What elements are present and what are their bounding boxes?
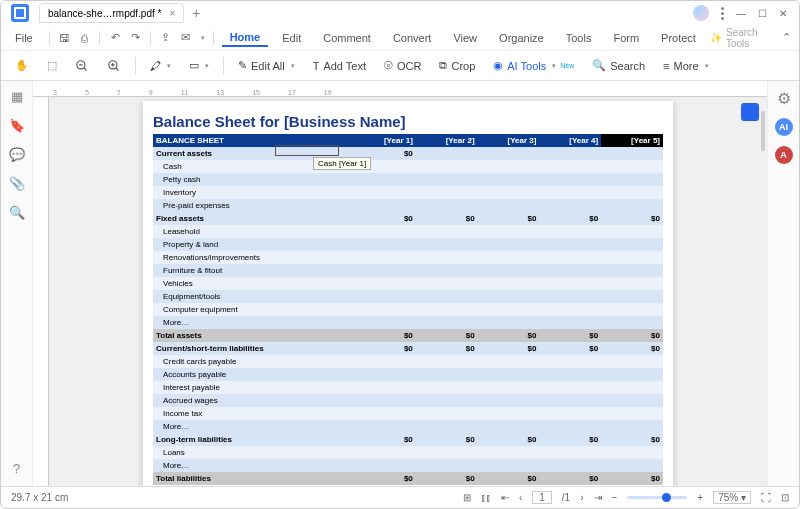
a-badge-icon[interactable]: A bbox=[775, 146, 793, 164]
document-page: Balance Sheet for [Business Name] BALANC… bbox=[143, 101, 673, 486]
cell-tooltip: Cash [Year 1] bbox=[313, 157, 371, 170]
zoom-in-button[interactable] bbox=[103, 57, 125, 75]
ai-badge-icon[interactable]: AI bbox=[775, 118, 793, 136]
search-tools[interactable]: ✨ Search Tools bbox=[710, 27, 767, 49]
highlighter-tool[interactable]: 🖍▾ bbox=[146, 58, 175, 74]
add-text-button[interactable]: T Add Text bbox=[309, 58, 370, 74]
zoom-out-status[interactable]: − bbox=[612, 492, 618, 503]
menu-protect[interactable]: Protect bbox=[653, 30, 704, 46]
chevron-down-icon[interactable]: ▾ bbox=[201, 34, 205, 42]
zoom-value[interactable]: 75% ▾ bbox=[713, 491, 751, 504]
document-canvas[interactable]: 35791113151719 Balance Sheet for [Busine… bbox=[33, 81, 767, 486]
tab-title: balance-she…rmpdf.pdf * bbox=[48, 8, 161, 19]
zoom-slider[interactable] bbox=[627, 496, 687, 499]
balance-sheet-table: BALANCE SHEET[Year 1][Year 2][Year 3][Ye… bbox=[153, 134, 663, 486]
menu-view[interactable]: View bbox=[445, 30, 485, 46]
attachments-icon[interactable]: 📎 bbox=[9, 176, 25, 191]
more-menu-icon[interactable] bbox=[721, 7, 724, 20]
fullscreen-icon[interactable]: ⊡ bbox=[781, 492, 789, 503]
add-tab-button[interactable]: + bbox=[192, 5, 200, 21]
close-tab-icon[interactable]: × bbox=[169, 8, 175, 19]
edit-all-button[interactable]: ✎ Edit All▾ bbox=[234, 57, 299, 74]
comments-icon[interactable]: 💬 bbox=[9, 147, 25, 162]
share-icon[interactable]: ⇪ bbox=[159, 30, 173, 46]
account-icon[interactable] bbox=[693, 5, 709, 21]
fit-width-icon[interactable]: ⛶ bbox=[761, 492, 771, 503]
close-window-button[interactable]: ✕ bbox=[779, 8, 787, 19]
menu-form[interactable]: Form bbox=[605, 30, 647, 46]
undo-icon[interactable]: ↶ bbox=[108, 30, 122, 46]
svg-line-1 bbox=[84, 67, 87, 70]
prev-page-button[interactable]: ‹ bbox=[519, 492, 522, 503]
save-icon[interactable]: 🖫 bbox=[58, 30, 72, 46]
search-button[interactable]: 🔍 Search bbox=[588, 57, 649, 74]
last-page-button[interactable]: ⇥ bbox=[594, 492, 602, 503]
print-icon[interactable]: ⎙ bbox=[77, 30, 91, 46]
minimize-button[interactable]: — bbox=[736, 8, 746, 19]
help-icon[interactable]: ? bbox=[13, 461, 20, 476]
ocr-button[interactable]: ⦾ OCR bbox=[380, 57, 425, 74]
reflow-icon[interactable]: ⊞ bbox=[463, 492, 471, 503]
floating-share-icon[interactable] bbox=[741, 103, 759, 121]
more-button[interactable]: ≡ More▾ bbox=[659, 58, 712, 74]
select-tool[interactable]: ⬚ bbox=[43, 57, 61, 74]
document-tab[interactable]: balance-she…rmpdf.pdf * × bbox=[39, 3, 184, 23]
menu-home[interactable]: Home bbox=[222, 29, 269, 47]
settings-icon[interactable]: ⚙ bbox=[777, 89, 791, 108]
page-total: /1 bbox=[562, 492, 570, 503]
menu-convert[interactable]: Convert bbox=[385, 30, 440, 46]
page-input[interactable]: 1 bbox=[532, 491, 552, 504]
search-panel-icon[interactable]: 🔍 bbox=[9, 205, 25, 220]
zoom-in-status[interactable]: + bbox=[697, 492, 703, 503]
menu-tools[interactable]: Tools bbox=[558, 30, 600, 46]
ruler-vertical bbox=[33, 97, 49, 486]
svg-line-4 bbox=[116, 67, 119, 70]
page-dimensions: 29.7 x 21 cm bbox=[11, 492, 68, 503]
scrollbar-thumb[interactable] bbox=[761, 111, 765, 151]
next-page-button[interactable]: › bbox=[580, 492, 583, 503]
maximize-button[interactable]: ☐ bbox=[758, 8, 767, 19]
app-icon bbox=[11, 4, 29, 22]
read-mode-icon[interactable]: ⫿⫿ bbox=[481, 492, 491, 503]
ruler-horizontal: 35791113151719 bbox=[33, 81, 767, 97]
hand-tool[interactable]: ✋ bbox=[11, 57, 33, 74]
menu-file[interactable]: File bbox=[7, 30, 41, 46]
cell-selection[interactable] bbox=[275, 145, 339, 156]
thumbnails-icon[interactable]: ▦ bbox=[11, 89, 23, 104]
menu-comment[interactable]: Comment bbox=[315, 30, 379, 46]
zoom-out-button[interactable] bbox=[71, 57, 93, 75]
crop-button[interactable]: ⧉ Crop bbox=[435, 57, 479, 74]
shape-tool[interactable]: ▭▾ bbox=[185, 57, 213, 74]
ai-tools-button[interactable]: ◉ AI Tools▾New bbox=[489, 57, 578, 74]
mail-icon[interactable]: ✉ bbox=[179, 30, 193, 46]
first-page-button[interactable]: ⇤ bbox=[501, 492, 509, 503]
redo-icon[interactable]: ↷ bbox=[128, 30, 142, 46]
page-title: Balance Sheet for [Business Name] bbox=[153, 113, 663, 130]
bookmarks-icon[interactable]: 🔖 bbox=[9, 118, 25, 133]
menu-organize[interactable]: Organize bbox=[491, 30, 552, 46]
menu-edit[interactable]: Edit bbox=[274, 30, 309, 46]
collapse-ribbon-icon[interactable]: ⌃ bbox=[779, 30, 793, 46]
